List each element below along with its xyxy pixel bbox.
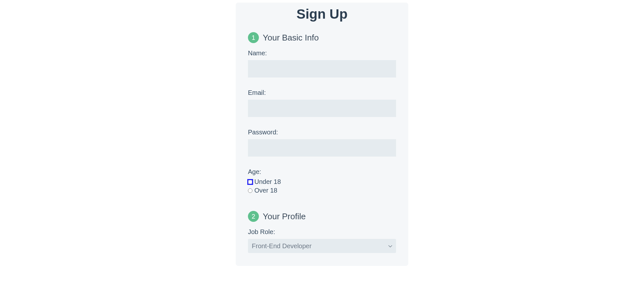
- field-email: Email:: [248, 89, 396, 117]
- age-radio-under-18[interactable]: [248, 180, 252, 184]
- step-badge-2: 2: [248, 211, 259, 222]
- email-input[interactable]: [248, 100, 396, 117]
- field-job-role: Job Role: Front-End Developer: [248, 228, 396, 253]
- password-input[interactable]: [248, 139, 396, 157]
- email-label: Email:: [248, 89, 396, 96]
- section-profile-title: Your Profile: [263, 212, 306, 222]
- page-title: Sign Up: [248, 6, 396, 22]
- field-age: Age: Under 18 Over 18: [248, 168, 396, 195]
- section-basic-info-title: Your Basic Info: [263, 33, 319, 43]
- job-role-select[interactable]: Front-End Developer: [248, 239, 396, 253]
- field-name: Name:: [248, 50, 396, 77]
- job-role-label: Job Role:: [248, 228, 396, 236]
- signup-form-card: Sign Up 1 Your Basic Info Name: Email: P…: [236, 3, 408, 266]
- password-label: Password:: [248, 129, 396, 136]
- age-label: Age:: [248, 168, 396, 176]
- field-password: Password:: [248, 129, 396, 157]
- section-profile-header: 2 Your Profile: [248, 211, 396, 222]
- name-label: Name:: [248, 50, 396, 57]
- age-radio-under-18-row: Under 18: [248, 177, 396, 186]
- age-radio-over-18-label: Over 18: [254, 186, 277, 195]
- name-input[interactable]: [248, 60, 396, 77]
- age-radio-over-18[interactable]: [248, 188, 252, 193]
- age-radio-under-18-label: Under 18: [254, 177, 281, 186]
- age-radio-over-18-row: Over 18: [248, 186, 396, 195]
- step-badge-1: 1: [248, 32, 259, 43]
- section-basic-info-header: 1 Your Basic Info: [248, 32, 396, 43]
